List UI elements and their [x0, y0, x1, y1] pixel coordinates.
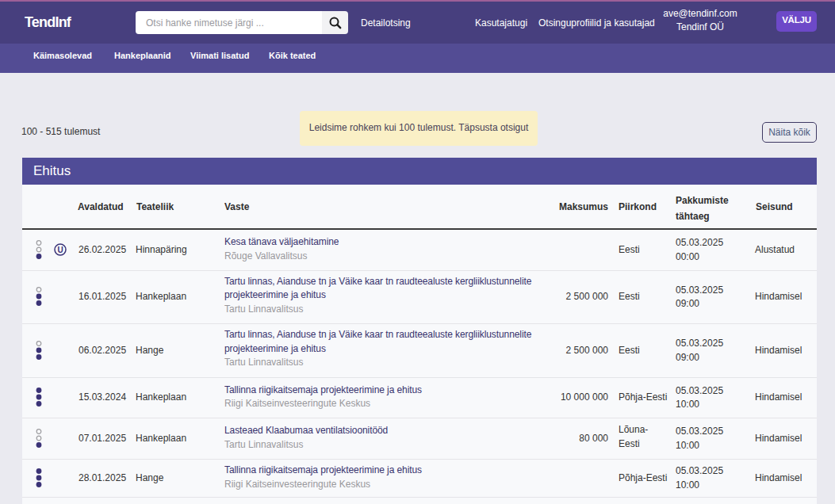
svg-text:U: U [57, 245, 63, 254]
